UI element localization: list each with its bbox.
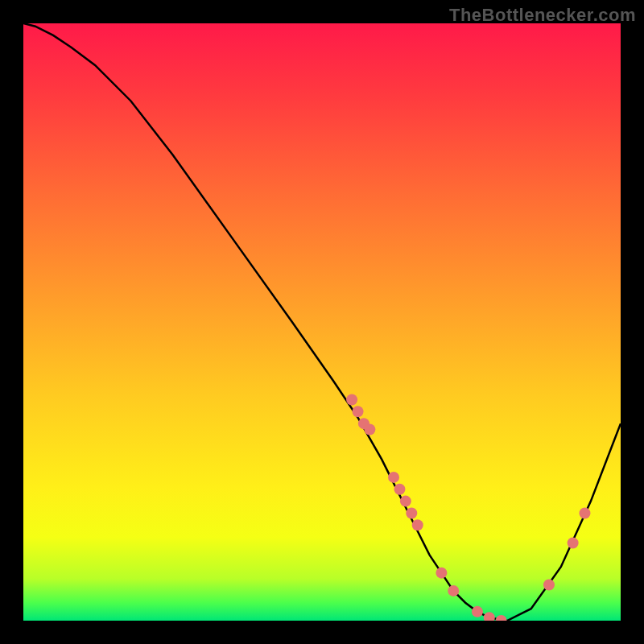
chart-container: TheBottlenecker.com xyxy=(0,0,644,644)
chart-svg xyxy=(23,23,621,621)
data-point xyxy=(412,519,423,530)
plot-area xyxy=(23,23,621,621)
data-point xyxy=(543,579,555,590)
data-point xyxy=(364,424,375,436)
gradient-background xyxy=(23,23,621,621)
data-point xyxy=(346,394,357,405)
data-point xyxy=(436,568,447,579)
data-point xyxy=(400,496,411,507)
data-point xyxy=(394,484,405,495)
data-point xyxy=(579,507,590,518)
data-point xyxy=(406,507,417,518)
data-point xyxy=(388,472,399,483)
watermark-text: TheBottlenecker.com xyxy=(449,5,636,26)
data-point xyxy=(353,406,364,417)
data-point xyxy=(448,585,459,597)
data-point xyxy=(568,538,579,549)
data-point xyxy=(472,606,483,617)
